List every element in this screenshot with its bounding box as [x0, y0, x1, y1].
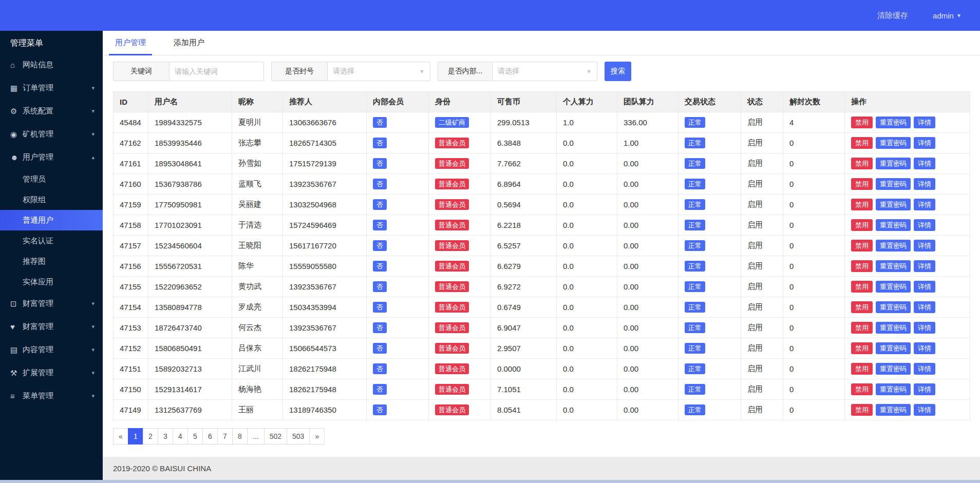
disable-button[interactable]: 禁用	[851, 158, 873, 169]
keyword-input[interactable]	[175, 67, 258, 75]
table-row: 4716218539935446张志攀18265714305否普通会员6.384…	[114, 133, 970, 153]
reset-password-button[interactable]: 重置密码	[876, 158, 911, 169]
cell-username: 15367938786	[148, 174, 232, 195]
sidebar-subitem-realname-auth[interactable]: 实名认证	[0, 230, 103, 251]
reset-password-button[interactable]: 重置密码	[876, 342, 911, 354]
page-2[interactable]: 2	[143, 428, 158, 445]
detail-button[interactable]: 详情	[914, 199, 935, 210]
cell-trade-status: 正常	[679, 379, 741, 400]
cell-trade-status: 正常	[679, 256, 741, 277]
ban-select[interactable]: 请选择 ▼	[328, 62, 430, 81]
detail-button[interactable]: 详情	[914, 178, 935, 190]
sidebar-item-extension-management[interactable]: ⚒扩展管理▾	[0, 361, 103, 384]
cell-username: 15892032713	[148, 359, 232, 379]
detail-button[interactable]: 详情	[914, 281, 935, 293]
tab-add-user[interactable]: 添加用户	[172, 31, 206, 55]
cell-trade-status: 正常	[679, 359, 741, 379]
search-button[interactable]: 搜索	[605, 62, 631, 81]
disable-button[interactable]: 禁用	[851, 363, 873, 375]
reset-password-button[interactable]: 重置密码	[876, 219, 911, 231]
cell-id: 47151	[114, 359, 148, 379]
detail-button[interactable]: 详情	[914, 117, 935, 128]
tab-user-management[interactable]: 用户管理	[113, 31, 148, 55]
page-4[interactable]: 4	[173, 428, 188, 445]
cell-trade-status: 正常	[679, 215, 741, 236]
disable-button[interactable]: 禁用	[851, 240, 873, 252]
sidebar-item-wealth-management-1[interactable]: ⊡财富管理▾	[0, 292, 103, 315]
reset-password-button[interactable]: 重置密码	[876, 281, 911, 293]
sidebar-item-system-config[interactable]: ⚙系统配置▾	[0, 100, 103, 123]
sidebar-item-content-management[interactable]: ▤内容管理▾	[0, 338, 103, 361]
disable-button[interactable]: 禁用	[851, 219, 873, 231]
sidebar-subitem-entity-app[interactable]: 实体应用	[0, 272, 103, 292]
user-table: ID用户名昵称推荐人内部会员身份可售币个人算力团队算力交易状态状态解封次数操作 …	[113, 91, 970, 420]
reset-password-button[interactable]: 重置密码	[876, 117, 911, 128]
page-3[interactable]: 3	[158, 428, 173, 445]
disable-button[interactable]: 禁用	[851, 322, 873, 334]
reset-password-button[interactable]: 重置密码	[876, 178, 911, 190]
cell-unban-count: 0	[783, 338, 845, 359]
page-502[interactable]: 502	[264, 428, 287, 445]
cell-coins: 6.8964	[491, 174, 557, 195]
sidebar-item-user-management[interactable]: ☻用户管理▴	[0, 146, 103, 169]
reset-password-button[interactable]: 重置密码	[876, 240, 911, 252]
admin-user-menu[interactable]: admin ▾	[933, 11, 960, 20]
disable-button[interactable]: 禁用	[851, 137, 873, 149]
clear-cache-button[interactable]: 清除缓存	[877, 11, 908, 21]
page-ellipsis[interactable]: ...	[247, 428, 265, 445]
detail-button[interactable]: 详情	[914, 137, 935, 149]
page-5[interactable]: 5	[187, 428, 203, 445]
sidebar-subitem-permission-group[interactable]: 权限组	[0, 189, 103, 210]
page-8[interactable]: 8	[232, 428, 248, 445]
page-1[interactable]: 1	[128, 428, 143, 445]
disable-button[interactable]: 禁用	[851, 301, 873, 313]
page-next[interactable]: »	[309, 428, 325, 445]
detail-button[interactable]: 详情	[914, 363, 935, 375]
detail-button[interactable]: 详情	[914, 342, 935, 354]
reset-password-button[interactable]: 重置密码	[876, 383, 911, 395]
reset-password-button[interactable]: 重置密码	[876, 404, 911, 416]
sidebar-item-website-info[interactable]: ⌂网站信息	[0, 53, 103, 76]
internal-select[interactable]: 请选择 ▼	[493, 62, 597, 81]
sidebar-subitem-normal-user[interactable]: 普通用户	[0, 210, 103, 230]
disable-button[interactable]: 禁用	[851, 281, 873, 293]
sidebar-subitem-admin[interactable]: 管理员	[0, 169, 103, 189]
reset-password-button[interactable]: 重置密码	[876, 199, 911, 210]
page-7[interactable]: 7	[217, 428, 233, 445]
sidebar-subitem-referral-chart[interactable]: 推荐图	[0, 251, 103, 272]
disable-button[interactable]: 禁用	[851, 383, 873, 395]
cell-username: 18726473740	[148, 318, 232, 338]
detail-button[interactable]: 详情	[914, 383, 935, 395]
disable-button[interactable]: 禁用	[851, 342, 873, 354]
trade-status-badge: 正常	[685, 179, 705, 189]
cell-unban-count: 0	[783, 215, 845, 236]
detail-button[interactable]: 详情	[914, 219, 935, 231]
gears-icon: ⚙	[10, 107, 23, 116]
reset-password-button[interactable]: 重置密码	[876, 301, 911, 313]
cell-unban-count: 0	[783, 400, 845, 420]
page-6[interactable]: 6	[202, 428, 218, 445]
reset-password-button[interactable]: 重置密码	[876, 137, 911, 149]
detail-button[interactable]: 详情	[914, 240, 935, 252]
sidebar-item-label: 扩展管理	[23, 368, 91, 378]
page-prev[interactable]: «	[113, 428, 128, 445]
reset-password-button[interactable]: 重置密码	[876, 260, 911, 272]
disable-button[interactable]: 禁用	[851, 404, 873, 416]
sidebar-item-wealth-management-2[interactable]: ♥财富管理▾	[0, 315, 103, 338]
topbar: 清除缓存 admin ▾	[0, 0, 980, 31]
disable-button[interactable]: 禁用	[851, 260, 873, 272]
disable-button[interactable]: 禁用	[851, 199, 873, 210]
sidebar-item-miner-management[interactable]: ◉矿机管理▾	[0, 123, 103, 146]
page-503[interactable]: 503	[287, 428, 310, 445]
disable-button[interactable]: 禁用	[851, 117, 873, 128]
detail-button[interactable]: 详情	[914, 404, 935, 416]
detail-button[interactable]: 详情	[914, 158, 935, 169]
sidebar-item-menu-management[interactable]: ≡菜单管理▾	[0, 384, 103, 408]
detail-button[interactable]: 详情	[914, 260, 935, 272]
reset-password-button[interactable]: 重置密码	[876, 363, 911, 375]
detail-button[interactable]: 详情	[914, 322, 935, 334]
sidebar-item-order-management[interactable]: ▦订单管理▾	[0, 76, 103, 100]
reset-password-button[interactable]: 重置密码	[876, 322, 911, 334]
disable-button[interactable]: 禁用	[851, 178, 873, 190]
detail-button[interactable]: 详情	[914, 301, 935, 313]
